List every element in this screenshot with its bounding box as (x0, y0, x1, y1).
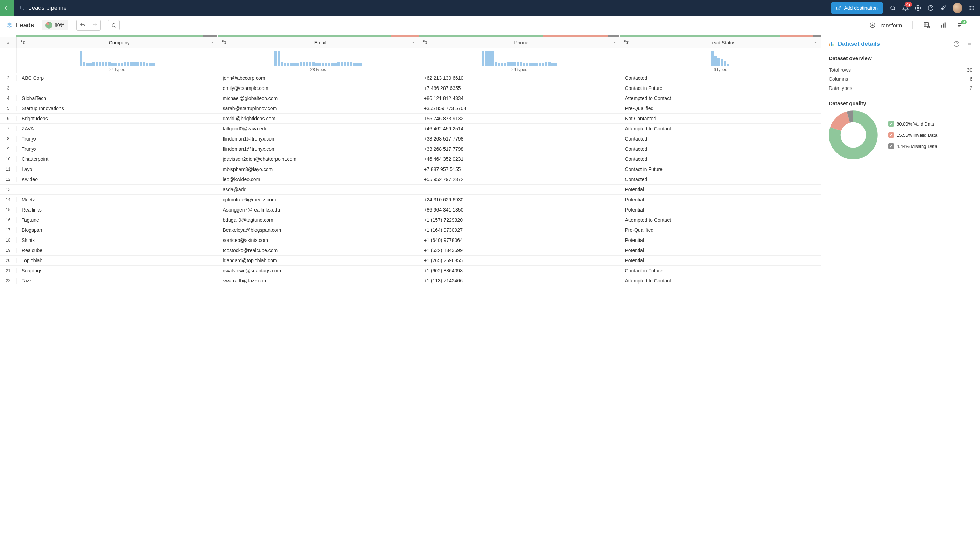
column-histogram[interactable]: 24 types (418, 48, 620, 73)
cell-company[interactable]: Topicblab (16, 258, 218, 263)
column-header[interactable]: TCompany (16, 38, 218, 48)
cell-email[interactable]: sarah@startupinnov.com (218, 106, 419, 111)
cell-company[interactable]: Startup Innovations (16, 106, 218, 111)
legend-item[interactable]: ✓80.00% Valid Data (888, 121, 937, 126)
cell-phone[interactable]: +46 464 352 0231 (418, 156, 620, 162)
table-row[interactable]: 20Topicblablgandard@topicblab.com+1 (265… (0, 256, 821, 266)
cell-status[interactable]: Attempted to Contact (620, 126, 821, 131)
cell-phone[interactable]: +55 952 797 2372 (418, 177, 620, 182)
cell-company[interactable]: Trunyx (16, 136, 218, 141)
cell-company[interactable]: Realcube (16, 248, 218, 253)
cell-phone[interactable]: +1 (157) 7229320 (418, 217, 620, 223)
cell-company[interactable]: Kwideo (16, 177, 218, 182)
cell-phone[interactable]: +7 887 957 5155 (418, 166, 620, 172)
cell-email[interactable]: Aspriggen7@reallinks.edu (218, 207, 419, 213)
cell-email[interactable]: flindeman1@trunyx.com (218, 146, 419, 152)
cell-company[interactable]: Meetz (16, 197, 218, 202)
column-header[interactable]: TLead Status (620, 38, 821, 48)
cell-status[interactable]: Potential (620, 187, 821, 192)
cell-company[interactable]: GlobalTech (16, 95, 218, 101)
cell-phone[interactable]: +1 (640) 9778064 (418, 237, 620, 243)
cell-status[interactable]: Pre-Qualified (620, 106, 821, 111)
cell-email[interactable]: emily@example.com (218, 85, 419, 91)
back-button[interactable] (0, 0, 14, 16)
table-row[interactable]: 10Chatterpointjdavisson2dion@chatterpoin… (0, 154, 821, 164)
table-search-button[interactable] (108, 20, 120, 30)
cell-phone[interactable]: +355 859 773 5708 (418, 106, 620, 111)
table-row[interactable]: 3emily@example.com+7 486 287 6355Contact… (0, 83, 821, 94)
getting-started-button[interactable] (940, 5, 946, 11)
table-row[interactable]: 21Snaptagsgwalstowe@snaptags.com+1 (602)… (0, 266, 821, 276)
cell-email[interactable]: leo@kwideo.com (218, 177, 419, 182)
cell-status[interactable]: Potential (620, 197, 821, 202)
cell-email[interactable]: Beakeleya@blogspan.com (218, 227, 419, 233)
cell-status[interactable]: Potential (620, 207, 821, 213)
data-grid[interactable]: # TCompanyTEmailTPhoneTLead Status 24 ty… (0, 35, 821, 558)
column-header[interactable]: TPhone (418, 38, 620, 48)
cell-company[interactable]: Bright Ideas (16, 116, 218, 121)
cell-phone[interactable]: +86 964 341 1350 (418, 207, 620, 213)
panel-help-button[interactable] (954, 41, 960, 47)
cell-company[interactable]: Skinix (16, 237, 218, 243)
cell-status[interactable]: Contacted (620, 136, 821, 141)
cell-company[interactable]: Blogspan (16, 227, 218, 233)
cell-status[interactable]: Not Contacted (620, 116, 821, 121)
panel-close-button[interactable] (967, 41, 972, 47)
table-row[interactable]: 19Realcubetcostockc@realcube.com+1 (532)… (0, 245, 821, 256)
settings-button[interactable] (915, 5, 921, 11)
cell-phone[interactable]: +33 268 517 7798 (418, 136, 620, 141)
cell-company[interactable]: ABC Corp (16, 75, 218, 81)
cell-email[interactable]: cplumtree6@meetz.com (218, 197, 419, 202)
cell-status[interactable]: Contact in Future (620, 268, 821, 273)
cell-phone[interactable]: +1 (532) 1343699 (418, 248, 620, 253)
cell-company[interactable]: ZAVA (16, 126, 218, 131)
column-menu-button[interactable] (613, 41, 616, 44)
cell-phone[interactable]: +62 213 130 6610 (418, 75, 620, 81)
list-panel-button[interactable]: 3 (956, 22, 963, 28)
cell-status[interactable]: Potential (620, 237, 821, 243)
table-row[interactable]: 2ABC Corpjohn@abccorp.com+62 213 130 661… (0, 73, 821, 83)
cell-status[interactable]: Potential (620, 248, 821, 253)
column-menu-button[interactable] (412, 41, 415, 44)
table-row[interactable]: 15ReallinksAspriggen7@reallinks.edu+86 9… (0, 205, 821, 215)
cell-company[interactable]: Chatterpoint (16, 156, 218, 162)
table-row[interactable]: 17BlogspanBeakeleya@blogspan.com+1 (164)… (0, 225, 821, 235)
table-row[interactable]: 4GlobalTechmichael@globaltech.com+86 121… (0, 94, 821, 103)
cell-email[interactable]: asda@add (218, 187, 419, 192)
cell-company[interactable]: Layo (16, 166, 218, 172)
cell-status[interactable]: Contact in Future (620, 166, 821, 172)
cell-email[interactable]: sorriceb@skinix.com (218, 237, 419, 243)
table-row[interactable]: 18Skinixsorriceb@skinix.com+1 (640) 9778… (0, 235, 821, 245)
cell-status[interactable]: Pre-Qualified (620, 227, 821, 233)
column-menu-button[interactable] (211, 41, 214, 44)
column-header[interactable]: TEmail (218, 38, 419, 48)
cell-phone[interactable]: +1 (265) 2696855 (418, 258, 620, 263)
table-row[interactable]: 11Layombispham3@layo.com+7 887 957 5155C… (0, 164, 821, 174)
cell-phone[interactable]: +1 (164) 9730927 (418, 227, 620, 233)
legend-item[interactable]: ✓4.44% Missing Data (888, 143, 937, 149)
cell-email[interactable]: tcostockc@realcube.com (218, 248, 419, 253)
help-button[interactable] (927, 5, 934, 11)
table-row[interactable]: 8Trunyxflindeman1@trunyx.com+33 268 517 … (0, 134, 821, 144)
search-button[interactable] (890, 5, 896, 11)
table-row[interactable]: 6Bright Ideasdavid @brightideas.com+55 7… (0, 113, 821, 124)
chart-view-button[interactable] (940, 22, 946, 28)
cell-status[interactable]: Potential (620, 258, 821, 263)
cell-email[interactable]: john@abccorp.com (218, 75, 419, 81)
apps-button[interactable] (969, 5, 975, 11)
cell-email[interactable]: jdavisson2dion@chatterpoint.com (218, 156, 419, 162)
redo-button[interactable] (89, 20, 100, 30)
cell-company[interactable]: Snaptags (16, 268, 218, 273)
cell-status[interactable]: Contacted (620, 75, 821, 81)
cell-phone[interactable]: +1 (602) 8864098 (418, 268, 620, 273)
notifications-button[interactable]: 42 (902, 5, 909, 11)
cell-phone[interactable]: +1 (113) 7142466 (418, 278, 620, 284)
legend-item[interactable]: ✓15.56% Invalid Data (888, 132, 937, 138)
cell-email[interactable]: mbispham3@layo.com (218, 166, 419, 172)
cell-phone[interactable]: +46 462 459 2514 (418, 126, 620, 131)
cell-email[interactable]: gwalstowe@snaptags.com (218, 268, 419, 273)
cell-status[interactable]: Contacted (620, 146, 821, 152)
column-histogram[interactable]: 24 types (16, 48, 218, 73)
column-histogram[interactable]: 28 types (218, 48, 419, 73)
cell-email[interactable]: lgandard@topicblab.com (218, 258, 419, 263)
